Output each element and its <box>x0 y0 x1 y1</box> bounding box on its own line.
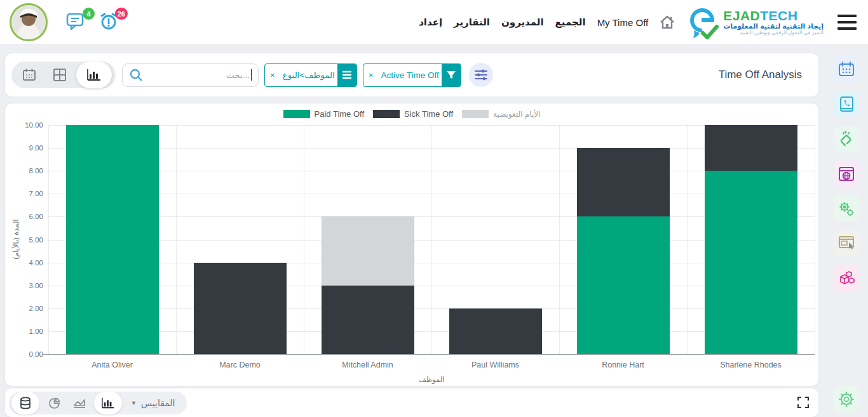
groupby-iconbox <box>337 64 356 86</box>
cubes-icon <box>837 269 855 287</box>
legend-item[interactable]: Paid Time Off <box>283 109 365 119</box>
graph-view-icon <box>86 68 102 82</box>
graph-toolbar: ▼ المقاييس <box>5 388 818 417</box>
bar-chart-icon <box>101 397 115 409</box>
measures-button[interactable]: ▼ المقاييس <box>126 398 184 408</box>
fullscreen-icon <box>797 396 810 409</box>
rail-settings-app-button[interactable] <box>833 195 860 222</box>
search-options-button[interactable] <box>469 63 493 87</box>
bar-segment[interactable] <box>322 216 414 285</box>
sliders-icon <box>474 69 488 81</box>
bar-segment[interactable] <box>194 263 287 354</box>
hamburger-bar <box>837 27 857 30</box>
rail-calendar-app-button[interactable] <box>833 56 860 83</box>
phone-book-icon <box>838 96 855 112</box>
x-axis-tick-label: Paul Williams <box>471 361 519 369</box>
groupby-facet[interactable]: × الموظف>النوع <box>264 63 357 87</box>
menu-item-managers[interactable]: المديرون <box>501 17 544 28</box>
logo-title: EJADTECH <box>723 9 824 23</box>
y-axis-tick-label: 10.00 <box>13 121 43 129</box>
pie-chart-button[interactable] <box>43 394 65 413</box>
calendar-view-icon <box>22 68 36 82</box>
filter-iconbox <box>442 64 461 86</box>
filter-facet-label: Active Time Off <box>378 64 441 86</box>
pie-chart-icon <box>48 397 60 409</box>
groupby-bars-icon <box>342 70 352 79</box>
legend-item[interactable]: الأيام التعويضية <box>462 109 540 119</box>
menu-item-everyone[interactable]: الجميع <box>555 17 586 28</box>
gears-icon <box>837 200 855 218</box>
website-globe-icon <box>838 166 855 182</box>
legend-label: الأيام التعويضية <box>493 110 540 119</box>
messages-count-badge: 4 <box>83 8 95 20</box>
pivot-view-icon <box>53 68 67 82</box>
x-axis-tick-label: Ronnie Hart <box>602 361 644 369</box>
remove-filter-button[interactable]: × <box>363 64 379 86</box>
x-axis-tick-label: Sharlene Rhodes <box>720 361 782 369</box>
graph-container: Paid Time OffSick Time Offالأيام التعويض… <box>5 103 818 386</box>
rail-contacts-app-button[interactable] <box>833 91 860 117</box>
top-navbar: 4 26 إعداد التقارير المديرون الجميع My T… <box>0 0 868 44</box>
view-graph-button[interactable] <box>76 62 112 88</box>
bar-segment[interactable] <box>705 171 797 354</box>
menu-item-reporting[interactable]: التقارير <box>454 17 490 28</box>
gridline <box>687 125 688 354</box>
avatar-image <box>11 5 46 39</box>
user-avatar[interactable] <box>10 3 48 41</box>
bar-segment[interactable] <box>322 286 414 354</box>
menu-item-my-time-off[interactable]: My Time Off <box>597 17 649 28</box>
spreadsheet-button[interactable] <box>11 392 39 414</box>
graph-toolbar-group: ▼ المقاييس <box>9 392 187 414</box>
rail-ui-builder-app-button[interactable] <box>833 230 860 256</box>
y-axis-tick-label: 8.00 <box>13 167 43 175</box>
bar-segment[interactable] <box>705 125 797 171</box>
groupby-facet-label: الموظف>النوع <box>280 64 337 86</box>
menu-item-config[interactable]: إعداد <box>419 17 442 28</box>
bar-segment[interactable] <box>577 148 670 216</box>
y-axis-tick-label: 1.00 <box>13 328 43 335</box>
activities-button[interactable]: 26 <box>98 11 121 34</box>
chart-legend: Paid Time OffSick Time Offالأيام التعويض… <box>5 109 818 119</box>
measures-label: المقاييس <box>141 398 175 408</box>
bar-segment[interactable] <box>449 308 542 354</box>
view-calendar-button[interactable] <box>15 63 43 86</box>
activities-count-badge: 26 <box>115 8 128 20</box>
gridline <box>431 125 432 354</box>
logo-mark-icon <box>686 5 719 39</box>
x-axis-title: الموظف <box>419 375 444 384</box>
logo-subline: التميز في التحول الرقمي وتوطين التقنية <box>723 30 824 36</box>
home-button[interactable] <box>660 15 675 29</box>
remove-groupby-button[interactable]: × <box>265 64 280 86</box>
filter-facet[interactable]: × Active Time Off <box>363 63 461 87</box>
company-logo[interactable]: EJADTECH إيجاد التقنية لتقنية المعلومات … <box>686 5 824 39</box>
hamburger-bar <box>837 21 857 23</box>
gear-icon <box>837 390 855 408</box>
gridline <box>559 125 560 354</box>
logo-tagline: إيجاد التقنية لتقنية المعلومات <box>723 23 824 30</box>
gridline <box>48 125 49 354</box>
rail-referrals-app-button[interactable] <box>833 126 860 152</box>
rail-apps-modules-button[interactable] <box>833 265 860 291</box>
x-axis-line <box>43 354 815 355</box>
bar-segment[interactable] <box>66 125 159 354</box>
rail-theme-settings-button[interactable] <box>833 386 860 413</box>
messages-button[interactable]: 4 <box>65 11 88 34</box>
bar-chart-button[interactable] <box>94 392 122 414</box>
x-axis-tick-label: Mitchell Admin <box>342 361 393 369</box>
bar-segment[interactable] <box>577 216 670 354</box>
filter-funnel-icon <box>446 70 456 80</box>
line-chart-button[interactable] <box>69 394 90 413</box>
fullscreen-button[interactable] <box>797 396 810 411</box>
chevron-down-icon: ▼ <box>131 400 137 406</box>
legend-item[interactable]: Sick Time Off <box>373 109 453 119</box>
view-pivot-button[interactable] <box>46 63 74 86</box>
gridline <box>176 125 177 354</box>
hamburger-menu-button[interactable] <box>835 12 859 32</box>
rail-website-app-button[interactable] <box>833 161 860 187</box>
text-caret <box>251 69 252 81</box>
legend-label: Sick Time Off <box>404 109 453 119</box>
legend-swatch <box>462 110 489 118</box>
search-input[interactable]: بحث... <box>122 63 259 87</box>
home-icon <box>660 15 675 29</box>
y-axis-tick-label: 9.00 <box>13 144 43 152</box>
